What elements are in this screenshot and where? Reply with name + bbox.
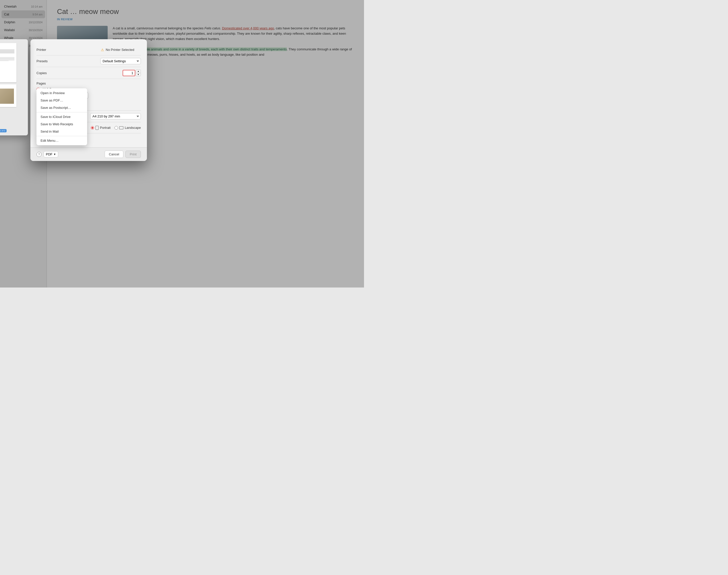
copies-control: ▲ ▼ [123, 70, 141, 76]
presets-select[interactable]: Default Settings [100, 58, 141, 64]
preview-line [0, 61, 9, 61]
pdf-menu-item-save-icloud[interactable]: Save to iCloud Drive [36, 113, 87, 121]
printer-value-container: ⚠ No Printer Selected [101, 48, 141, 52]
pdf-label: PDF [46, 153, 53, 156]
print-button[interactable]: Print [125, 150, 141, 158]
preview-line [0, 52, 14, 53]
portrait-label: Portrait [100, 126, 110, 130]
preview-line [0, 53, 14, 53]
paper-size-select[interactable]: A4 210 by 297 mm [90, 113, 141, 120]
copies-stepper: ▲ ▼ [136, 70, 141, 76]
presets-value-container: Default Settings [100, 58, 141, 64]
preview-line [0, 49, 14, 50]
paper-size-value-container: A4 210 by 297 mm [90, 113, 141, 120]
preview-text-lines [0, 49, 14, 57]
preview-more-lines [0, 57, 14, 61]
preview-footer: Page 1 of 2 [0, 129, 28, 132]
pdf-dropdown-button[interactable]: PDF ▼ [43, 151, 58, 158]
print-dialog: Cat...meow meow in review [30, 39, 147, 161]
portrait-radio[interactable] [91, 126, 94, 130]
printer-select[interactable] [136, 48, 141, 52]
preview-line [0, 59, 14, 60]
preview-page-indicator: Page 1 of 2 [0, 129, 7, 132]
pdf-menu-item-edit-menu[interactable]: Edit Menu… [36, 137, 87, 144]
copies-increment-button[interactable]: ▲ [136, 70, 140, 73]
preview-line [0, 57, 14, 58]
preview-line [0, 51, 14, 52]
pdf-menu-divider-1 [36, 112, 87, 112]
pdf-menu-item-open-preview[interactable]: Open in Preview [36, 89, 87, 97]
copies-row: Copies ▲ ▼ [36, 67, 141, 79]
printer-row: Printer ⚠ No Printer Selected [36, 44, 141, 56]
landscape-icon [119, 126, 123, 129]
orientation-options: Portrait Landscape [91, 126, 141, 130]
printer-value: No Printer Selected [106, 48, 134, 52]
printer-label: Printer [36, 48, 46, 52]
dialog-footer: ? PDF ▼ Cancel Print [30, 147, 147, 161]
pdf-menu-item-save-postscript[interactable]: Save as Postscript… [36, 104, 87, 111]
print-preview-panel: Cat...meow meow in review [0, 39, 28, 135]
pdf-menu-item-save-pdf[interactable]: Save as PDF… [36, 97, 87, 104]
copies-decrement-button[interactable]: ▼ [136, 73, 140, 76]
copies-label: Copies [36, 71, 46, 75]
preview-text-block [0, 49, 14, 57]
portrait-option: Portrait [91, 126, 110, 130]
pages-label: Pages [36, 81, 141, 85]
cancel-button[interactable]: Cancel [105, 150, 123, 158]
preview-page-1: Cat...meow meow in review [0, 43, 17, 82]
landscape-option: Landscape [115, 126, 141, 130]
preview-line [0, 50, 14, 50]
footer-right: Cancel Print [105, 150, 141, 158]
presets-row: Presets Default Settings [36, 56, 141, 67]
preview-doc-status: in review [0, 47, 14, 48]
portrait-icon [95, 126, 98, 130]
help-button[interactable]: ? [36, 152, 41, 157]
warning-icon: ⚠ [101, 48, 104, 52]
pdf-menu-item-save-web[interactable]: Save to Web Receipts [36, 121, 87, 128]
copies-input[interactable] [123, 70, 135, 76]
pdf-menu-item-send-mail[interactable]: Send in Mail [36, 128, 87, 135]
landscape-label: Landscape [125, 126, 141, 130]
pdf-menu: Open in Preview Save as PDF… Save as Pos… [36, 88, 87, 145]
presets-label: Presets [36, 59, 48, 63]
preview-page2-label: they feel comfortable and safe. [0, 86, 14, 88]
preview-line [0, 53, 14, 54]
pdf-dropdown-chevron-icon: ▼ [54, 153, 56, 156]
preview-line [0, 58, 14, 59]
footer-left: ? PDF ▼ [36, 151, 58, 158]
preview-page-2: they feel comfortable and safe. [0, 84, 17, 107]
preview-line [0, 50, 14, 51]
preview-line [0, 60, 14, 60]
preview-page2-img [0, 89, 14, 104]
landscape-radio[interactable] [115, 126, 118, 130]
preview-doc-title: Cat...meow meow [0, 45, 14, 47]
